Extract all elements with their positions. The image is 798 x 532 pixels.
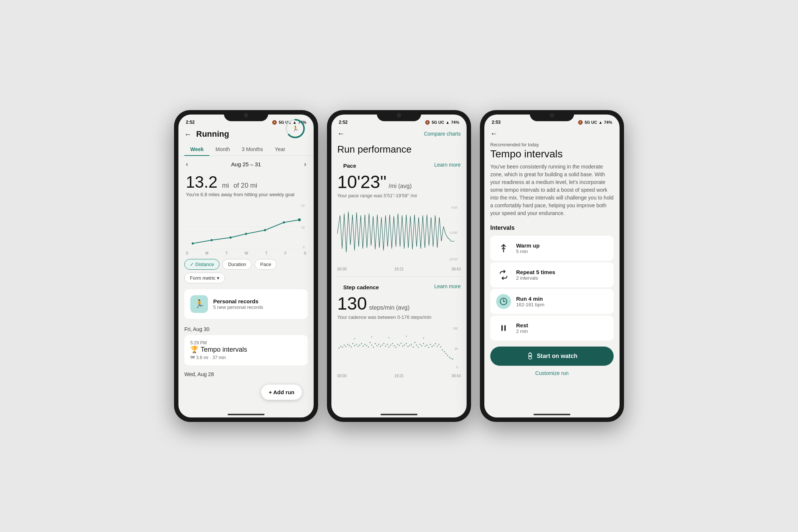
svg-point-71: [415, 342, 416, 343]
personal-records-card[interactable]: 🏃 Personal records 5 new personal record…: [184, 289, 308, 319]
tab-week[interactable]: Week: [184, 143, 209, 156]
filter-duration[interactable]: Duration: [222, 259, 252, 270]
svg-point-91: [449, 357, 450, 358]
pr-subtitle: 5 new personal records: [213, 304, 263, 310]
svg-point-54: [385, 346, 386, 347]
svg-text:90: 90: [454, 347, 458, 351]
cadence-value: 130: [337, 293, 367, 314]
back-button-2[interactable]: ←: [337, 129, 345, 138]
svg-point-94: [354, 338, 355, 339]
pace-header-row: Pace Learn more: [331, 160, 467, 170]
compare-charts-link[interactable]: Compare charts: [424, 131, 461, 137]
svg-point-82: [433, 345, 434, 346]
camera-dot-3: [550, 113, 554, 117]
svg-point-64: [402, 346, 403, 347]
stats-section: 13.2 mi of 20 mi You're 6.8 miles away f…: [178, 173, 314, 202]
workout-time: 5:29 PM: [190, 340, 302, 345]
home-indicator-3: [533, 414, 570, 415]
cadence-label: Step cadence: [337, 281, 385, 291]
warmup-text: Warm up 5 min: [516, 242, 540, 254]
svg-point-28: [340, 346, 341, 347]
screen-3: 2:53 🔕 5G UC ▲ 74% ← Recommended for tod…: [484, 115, 620, 417]
pr-icon-bg: 🏃: [190, 295, 208, 313]
goal-description: You're 6.8 miles away from hitting your …: [186, 192, 294, 197]
date-fri: Fri, Aug 30: [178, 322, 314, 334]
svg-point-36: [354, 345, 355, 347]
svg-point-75: [421, 345, 422, 347]
svg-point-67: [407, 346, 409, 347]
warmup-icon: [496, 241, 511, 256]
svg-point-79: [428, 347, 429, 348]
svg-point-37: [356, 344, 357, 345]
pr-title: Personal records: [213, 298, 263, 304]
workout-description: You've been consistently running in the …: [484, 163, 620, 223]
add-run-button[interactable]: + Add run: [261, 385, 302, 400]
phone-1: 2:52 🔕 5G UC ▲ 74% ← Running Week Month …: [174, 110, 318, 422]
svg-point-42: [364, 344, 365, 345]
time-2: 2:52: [339, 120, 348, 125]
tab-3months[interactable]: 3 Months: [236, 143, 269, 156]
svg-point-69: [411, 344, 412, 345]
signal-label-3: 5G UC: [584, 120, 597, 125]
svg-point-89: [445, 353, 446, 354]
cadence-chart: 180 90 0: [337, 326, 461, 370]
rest-icon: [496, 321, 511, 335]
svg-point-90: [447, 355, 448, 356]
p2-header: ← Compare charts: [331, 126, 467, 142]
back-button-1[interactable]: ←: [184, 130, 192, 139]
time-3: 2:53: [492, 120, 501, 125]
svg-point-65: [404, 345, 405, 346]
start-watch-label: Start on watch: [537, 353, 577, 359]
svg-point-14: [283, 221, 285, 224]
svg-point-70: [413, 347, 414, 348]
distance-unit: mi: [222, 182, 229, 189]
interval-run: Run 4 min 162-181 bpm: [490, 289, 614, 314]
cadence-chart-time-labels: 00:00 19:21 38:43: [331, 373, 467, 379]
svg-point-80: [430, 344, 431, 345]
svg-point-30: [344, 345, 345, 346]
map-icon: 🗺: [190, 355, 195, 360]
content-2: ← Compare charts Run performance Pace Le…: [331, 126, 467, 412]
customize-run-link[interactable]: Customize run: [484, 369, 620, 382]
svg-text:0: 0: [303, 245, 305, 249]
pace-unit: /mi (avg): [389, 183, 412, 190]
repeat-name: Repeat 5 times: [516, 269, 555, 275]
mute-icon-3: 🔕: [578, 120, 583, 125]
run-name: Run 4 min: [516, 296, 545, 302]
pace-learn-more[interactable]: Learn more: [434, 162, 461, 168]
cadence-learn-more[interactable]: Learn more: [434, 283, 461, 289]
distance-value: 13.2 mi of 20 mi: [186, 174, 294, 190]
svg-text:20'00": 20'00": [449, 258, 458, 261]
svg-point-87: [442, 349, 443, 351]
svg-point-52: [382, 345, 383, 346]
home-indicator-1: [228, 414, 265, 415]
content-3: ← Recommended for today Tempo intervals …: [484, 126, 620, 412]
filter-pace[interactable]: Pace: [255, 259, 277, 270]
svg-point-53: [383, 343, 385, 344]
tab-year[interactable]: Year: [269, 143, 291, 156]
page-title-1: Running: [196, 129, 229, 139]
start-watch-button[interactable]: Start on watch: [490, 347, 614, 366]
back-button-3[interactable]: ←: [490, 129, 498, 138]
svg-point-40: [361, 343, 362, 344]
repeat-detail: 2 intervals: [516, 275, 555, 281]
prev-week-button[interactable]: ‹: [186, 160, 188, 168]
date-wed: Wed, Aug 28: [178, 367, 314, 379]
tabs-row-1: Week Month 3 Months Year: [178, 143, 314, 156]
svg-point-68: [409, 345, 410, 346]
filter-form-metric[interactable]: Form metric ▾: [184, 273, 225, 283]
svg-point-48: [375, 343, 376, 344]
workout-card[interactable]: 5:29 PM 🏆 Tempo intervals 🗺 3.6 mi · 37 …: [184, 335, 308, 365]
svg-point-81: [432, 346, 433, 347]
tab-month[interactable]: Month: [209, 143, 236, 156]
svg-point-45: [369, 342, 371, 343]
pace-time-2: 38:43: [451, 267, 461, 271]
filter-distance[interactable]: ✓ Distance: [184, 259, 219, 270]
svg-text:20: 20: [301, 205, 304, 207]
svg-point-77: [425, 346, 426, 347]
svg-text:🏃: 🏃: [292, 126, 299, 132]
cadence-header-row: Step cadence Learn more: [331, 281, 467, 292]
next-week-button[interactable]: ›: [304, 160, 306, 168]
svg-rect-103: [501, 325, 503, 331]
day-t1: T: [225, 251, 228, 255]
